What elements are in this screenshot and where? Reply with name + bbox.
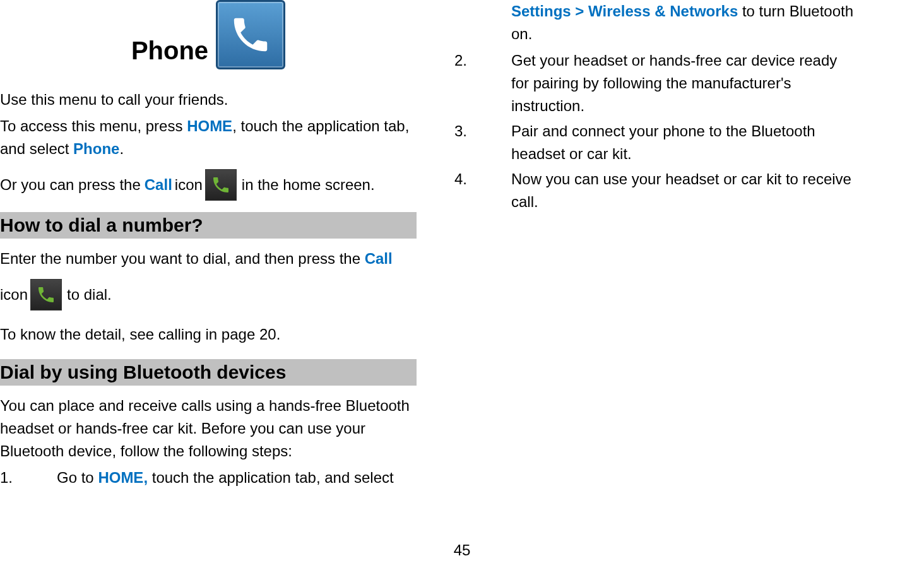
bluetooth-intro: You can place and receive calls using a … [0,394,417,463]
page-number: 45 [454,541,471,559]
page-container: Phone Use this menu to call your friends… [0,0,924,568]
text-fragment: To access this menu, press [0,117,187,134]
text-fragment: Go to [57,469,98,486]
list-content: Get your headset or hands-free car devic… [511,49,858,117]
list-item-3: 3. Pair and connect your phone to the Bl… [454,120,858,165]
list-number: 2. [454,49,511,117]
text-fragment: to dial. [67,282,112,308]
list-content: Now you can use your headset or car kit … [511,168,858,213]
list-item-4: 4. Now you can use your headset or car k… [454,168,858,213]
text-fragment: touch the application tab, and select [148,469,394,486]
dial-text-1: Enter the number you want to dial, and t… [0,247,417,270]
text-fragment: icon [0,282,28,308]
page-title: Phone [131,38,208,69]
list-number: 1. [0,466,57,489]
phone-app-icon [216,0,285,69]
phone-link: Phone [73,140,119,157]
call-icon-line: Or you can press the Call icon in the ho… [0,169,417,201]
settings-link: Settings > Wireless & Networks [511,3,738,20]
list-content: Go to HOME, touch the application tab, a… [57,466,417,489]
call-small-icon-2 [30,279,62,311]
list-item-1-cont: Settings > Wireless & Networks to turn B… [511,0,858,45]
list-item-1: 1. Go to HOME, touch the application tab… [0,466,417,489]
section-header-bluetooth: Dial by using Bluetooth devices [0,359,417,386]
intro-text-1: Use this menu to call your friends. [0,88,417,111]
call-link: Call [145,172,172,198]
list-number: 3. [454,120,511,165]
detail-ref: To know the detail, see calling in page … [0,322,417,348]
list-content: Pair and connect your phone to the Bluet… [511,120,858,165]
phone-icon [211,175,231,195]
phone-icon [228,13,273,57]
list-item-2: 2. Get your headset or hands-free car de… [454,49,858,117]
phone-icon [36,285,56,305]
home-link-2: HOME, [98,469,148,486]
left-column: Phone Use this menu to call your friends… [0,0,429,568]
home-link: HOME [187,117,232,134]
call-link-2: Call [365,250,393,267]
list-number: 4. [454,168,511,213]
text-fragment: Or you can press the [0,172,141,198]
text-fragment: in the home screen. [242,172,375,198]
section-header-dial: How to dial a number? [0,212,417,239]
text-fragment: Enter the number you want to dial, and t… [0,250,365,267]
right-column: Settings > Wireless & Networks to turn B… [429,0,871,568]
text-fragment: . [119,140,124,157]
intro-text-2: To access this menu, press HOME, touch t… [0,115,417,160]
title-row: Phone [0,0,417,69]
text-fragment: icon [175,172,203,198]
call-small-icon [205,169,237,201]
dial-icon-line: icon to dial. [0,279,417,311]
